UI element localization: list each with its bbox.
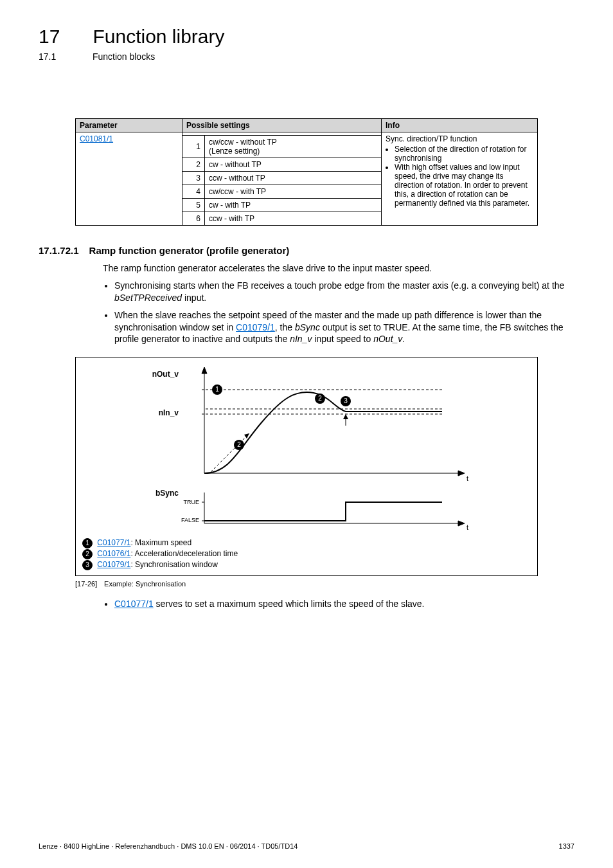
- legend-marker-3: 3: [82, 560, 93, 570]
- legend-link[interactable]: C01077/1: [97, 538, 130, 547]
- section-title: Ramp function generator (profile generat…: [89, 245, 290, 256]
- opt-text: ccw - with TP: [204, 212, 381, 226]
- svg-marker-22: [458, 521, 465, 526]
- footer-pagenum: 1337: [559, 842, 574, 850]
- svg-text:3: 3: [344, 397, 348, 404]
- opt-text: ccw - without TP: [204, 172, 381, 185]
- legend-text: : Acceleration/deceleration time: [130, 549, 238, 558]
- section-bullets: Synchronising starts when the FB receive…: [103, 280, 574, 345]
- footer-left: Lenze · 8400 HighLine · Referenzhandbuch…: [39, 842, 298, 850]
- opt-text: cw/ccw - with TP: [204, 185, 381, 199]
- page-header: 17 Function library 17.1 Function blocks: [39, 26, 574, 62]
- opt-num: 2: [182, 158, 204, 172]
- section-number: 17.1.72.1: [39, 245, 79, 256]
- chapter-number: 17: [39, 26, 90, 48]
- figure-number: [17-26]: [75, 580, 102, 588]
- chapter-title: Function library: [93, 26, 224, 48]
- info-bullet: Selection of the direction of rotation f…: [395, 145, 533, 163]
- subsection-number: 17.1: [39, 51, 90, 62]
- opt-text: cw/ccw - without TP (Lenze setting): [204, 136, 381, 158]
- opt-num: 3: [182, 172, 204, 185]
- chart-figure: nOut_v nIn_v t: [75, 357, 538, 575]
- chart-legend: 1 C01077/1: Maximum speed 2 C01076/1: Ac…: [76, 534, 537, 575]
- legend-link[interactable]: C01076/1: [97, 549, 130, 558]
- axis-label-nout: nOut_v: [152, 370, 179, 379]
- section-intro: The ramp function generator accelerates …: [103, 262, 574, 275]
- figure-caption-text: Example: Synchronisation: [104, 580, 186, 588]
- info-title: Sync. direction/TP function: [386, 134, 477, 143]
- info-bullet: With high offset values and low input sp…: [395, 163, 533, 208]
- divider-dashes: _ _ _ _ _ _ _ _ _ _ _ _ _ _ _ _ _ _ _ _ …: [39, 85, 574, 95]
- svg-text:1: 1: [215, 386, 219, 393]
- axis-label-nin: nIn_v: [159, 408, 179, 417]
- th-info: Info: [382, 119, 538, 132]
- axis-label-t1: t: [466, 475, 468, 482]
- tick-true: TRUE: [184, 499, 200, 505]
- list-item: C01077/1 serves to set a maximum speed w…: [114, 598, 574, 610]
- tick-false: FALSE: [181, 517, 199, 523]
- axis-label-t2: t: [466, 523, 468, 531]
- sync-chart-svg: nOut_v nIn_v t: [82, 364, 531, 531]
- axis-label-bsync: bSync: [155, 489, 179, 498]
- list-item: Synchronising starts when the FB receive…: [114, 280, 574, 304]
- opt-num: 6: [182, 212, 204, 226]
- list-item: When the slave reaches the setpoint spee…: [114, 309, 574, 346]
- svg-text:2: 2: [318, 395, 322, 402]
- opt-num: 1: [182, 136, 204, 158]
- opt-text: cw - with TP: [204, 199, 381, 212]
- subsection-title: Function blocks: [93, 51, 155, 62]
- th-possible: Possible settings: [182, 119, 381, 132]
- svg-marker-1: [202, 367, 207, 374]
- legend-text: : Synchronisation window: [130, 560, 217, 569]
- svg-marker-3: [458, 471, 465, 476]
- legend-text: : Maximum speed: [130, 538, 191, 547]
- svg-marker-9: [244, 433, 249, 439]
- th-parameter: Parameter: [76, 119, 182, 132]
- legend-marker-2: 2: [82, 549, 93, 559]
- opt-num: 4: [182, 185, 204, 199]
- legend-link[interactable]: C01079/1: [97, 560, 130, 569]
- figure-caption: [17-26] Example: Synchronisation: [75, 580, 538, 588]
- svg-text:2: 2: [237, 441, 241, 448]
- svg-marker-19: [343, 414, 348, 419]
- param-link[interactable]: C01081/1: [80, 134, 113, 143]
- parameter-table: Parameter Possible settings Info C01081/…: [75, 118, 538, 226]
- opt-num: 5: [182, 199, 204, 212]
- legend-marker-1: 1: [82, 538, 93, 548]
- opt-text: cw - without TP: [204, 158, 381, 172]
